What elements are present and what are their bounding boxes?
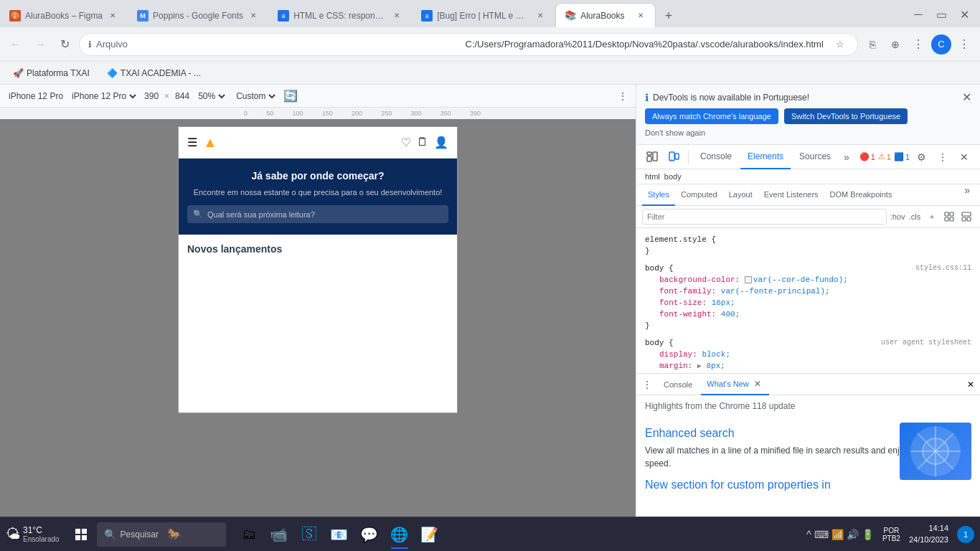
taskbar-app-whatsapp[interactable]: 💬 (355, 520, 384, 549)
css-val-margin[interactable]: ▶ 8px; (697, 362, 725, 370)
css-val-bg-color[interactable]: var(--cor-de-fundo); (745, 276, 848, 284)
styles-tab-layout[interactable]: Layout (723, 184, 758, 206)
tab-alurabooks-figma[interactable]: 🎨 AluraBooks – Figma ✕ (0, 3, 128, 27)
tab-close-2[interactable]: ✕ (248, 10, 259, 22)
taskbar-app-camcorder[interactable]: 📹 (265, 520, 293, 549)
breadcrumb-body[interactable]: body (664, 172, 682, 181)
tab-close-1[interactable]: ✕ (107, 10, 118, 22)
tray-up-arrow[interactable]: ^ (806, 529, 811, 540)
back-button[interactable]: ← (6, 34, 26, 55)
restore-button[interactable]: ▭ (931, 4, 951, 24)
css-val-display[interactable]: block; (702, 350, 730, 359)
styles-tab-event-listeners[interactable]: Event Listeners (758, 184, 824, 206)
profile-icon[interactable]: C (931, 34, 951, 55)
reload-button[interactable]: ↻ (55, 34, 75, 55)
css-prop-bg-color[interactable]: background-color: (659, 276, 740, 284)
notif-dismiss-button[interactable]: Don't show again (645, 127, 971, 138)
devtools-inspect-button[interactable] (642, 147, 662, 167)
dt-more-tabs[interactable]: » (839, 151, 854, 163)
taskbar-search[interactable]: 🔍 Pesquisar 🐎 (97, 522, 226, 547)
dt-tab-elements[interactable]: Elements (740, 145, 791, 169)
forward-button[interactable]: → (30, 34, 50, 55)
css-val-font-family[interactable]: var(--fonte-principal); (721, 287, 830, 296)
whats-new-close-button[interactable]: ✕ (752, 378, 763, 390)
toolbar-more[interactable]: ⋮ (618, 91, 627, 101)
tab-close-5[interactable]: ✕ (635, 10, 646, 22)
dt-tab-console[interactable]: Console (693, 145, 739, 169)
devtools-menu-button[interactable]: ⋮ (908, 34, 928, 55)
tray-keyboard-icon[interactable]: ⌨ (814, 529, 829, 540)
bottom-tab-whats-new[interactable]: What's New ✕ (701, 374, 768, 395)
tab-alurabooks[interactable]: 📚 AluraBooks ✕ (555, 3, 656, 27)
custom-select[interactable]: Custom (233, 90, 278, 102)
css-val-font-weight[interactable]: 400; (721, 310, 740, 319)
css-source-1[interactable]: styles.css:11 (915, 264, 971, 272)
breadcrumb-html[interactable]: html (645, 172, 660, 181)
bookmark-txai-plataforma[interactable]: 🚀 Plataforma TXAI (9, 67, 94, 80)
css-selector-body-1[interactable]: body { (645, 264, 674, 273)
bookmark-txai-academia[interactable]: 🔷 TXAI ACADEMIA - ... (103, 67, 205, 80)
start-button[interactable] (68, 522, 94, 547)
filter-plus-button[interactable]: + (924, 209, 940, 225)
filter-cls-button[interactable]: .cls (907, 209, 923, 225)
bottom-panel-close[interactable]: ✕ (967, 380, 974, 390)
color-swatch-bg[interactable] (745, 276, 752, 283)
tab-close-4[interactable]: ✕ (534, 10, 546, 22)
taskbar-app-outlook[interactable]: 📧 (325, 520, 354, 549)
css-prop-display[interactable]: display: (659, 350, 697, 359)
win-clock[interactable]: 14:14 24/10/2023 (909, 523, 948, 545)
hero-search-box[interactable]: 🔍 Qual será sua próxima leitura? (187, 205, 448, 223)
css-val-font-size[interactable]: 16px; (712, 298, 735, 307)
tab-close-3[interactable]: ✕ (391, 10, 402, 22)
minimize-button[interactable]: ─ (908, 4, 928, 24)
styles-tab-styles[interactable]: Styles (642, 184, 675, 206)
bottom-tab-more[interactable]: ⋮ (642, 379, 652, 390)
notification-badge[interactable]: 1 (957, 526, 974, 543)
taskbar-app-chrome[interactable]: 🌐 (385, 520, 414, 549)
bottom-tab-console[interactable]: Console (658, 374, 698, 395)
css-selector-text[interactable]: element.style { (645, 235, 716, 244)
filter-hov-button[interactable]: :hov (890, 209, 905, 225)
styles-more-tabs[interactable]: » (960, 184, 974, 205)
css-selector-body-ua[interactable]: body { (645, 339, 674, 347)
new-tab-button[interactable]: + (659, 6, 679, 26)
tray-sound-icon[interactable]: 🔊 (847, 529, 859, 540)
notif-match-language-button[interactable]: Always match Chrome's language (645, 108, 778, 124)
taskbar-app-skype[interactable]: 🇸 (295, 520, 324, 549)
devtools-more-button[interactable]: ⋮ (933, 147, 953, 167)
devtools-settings-button[interactable]: ⚙ (911, 147, 931, 167)
tab-html-css[interactable]: a HTML e CSS: responsividade ✕ (268, 3, 412, 27)
styles-tab-dom-breakpoints[interactable]: DOM Breakpoints (824, 184, 898, 206)
rotate-icon[interactable]: 🔄 (283, 89, 298, 103)
filter-layout-icon[interactable] (958, 209, 974, 225)
zoom-select[interactable]: 50% (195, 90, 227, 102)
bookmark-icon[interactable]: ☆ (831, 36, 849, 53)
css-prop-font-weight[interactable]: font-weight: (659, 310, 716, 319)
notif-close-button[interactable]: ✕ (962, 90, 971, 104)
taskbar-app-vscode[interactable]: 📝 (415, 520, 444, 549)
more-button[interactable]: ⋮ (954, 34, 974, 55)
notif-switch-language-button[interactable]: Switch DevTools to Portuguese (784, 108, 908, 124)
css-prop-font-family[interactable]: font-family: (659, 287, 716, 296)
tab-bug-erro[interactable]: a [Bug] Erro | HTML e CSS: res ✕ (412, 3, 555, 27)
filter-computed-icon[interactable] (941, 209, 957, 225)
css-prop-font-size[interactable]: font-size: (659, 298, 707, 307)
tray-battery-icon[interactable]: 🔋 (862, 529, 874, 540)
url-bar[interactable]: ℹ Arquivo C:/Users/Programadora%2011/Des… (79, 33, 858, 56)
zoom-button[interactable]: ⊕ (885, 34, 905, 55)
heart-icon[interactable]: ♡ (401, 136, 411, 149)
cast-button[interactable]: ⎘ (862, 34, 882, 55)
styles-filter-input[interactable] (642, 209, 887, 225)
tray-network-icon[interactable]: 📶 (831, 529, 844, 540)
tab-poppins[interactable]: M Poppins - Google Fonts ✕ (128, 3, 268, 27)
weather-widget[interactable]: 🌤 31°C Ensolarado (6, 525, 60, 543)
devtools-device-button[interactable] (664, 147, 684, 167)
dt-tab-sources[interactable]: Sources (792, 145, 838, 169)
hamburger-icon[interactable]: ☰ (187, 136, 197, 149)
taskbar-app-explorer[interactable]: 🗂 (235, 520, 263, 549)
styles-tab-computed[interactable]: Computed (675, 184, 723, 206)
user-icon[interactable]: 👤 (434, 136, 448, 149)
close-button[interactable]: ✕ (954, 4, 974, 24)
device-select[interactable]: iPhone 12 Pro (69, 90, 138, 102)
cart-icon[interactable]: 🗒 (417, 136, 428, 149)
